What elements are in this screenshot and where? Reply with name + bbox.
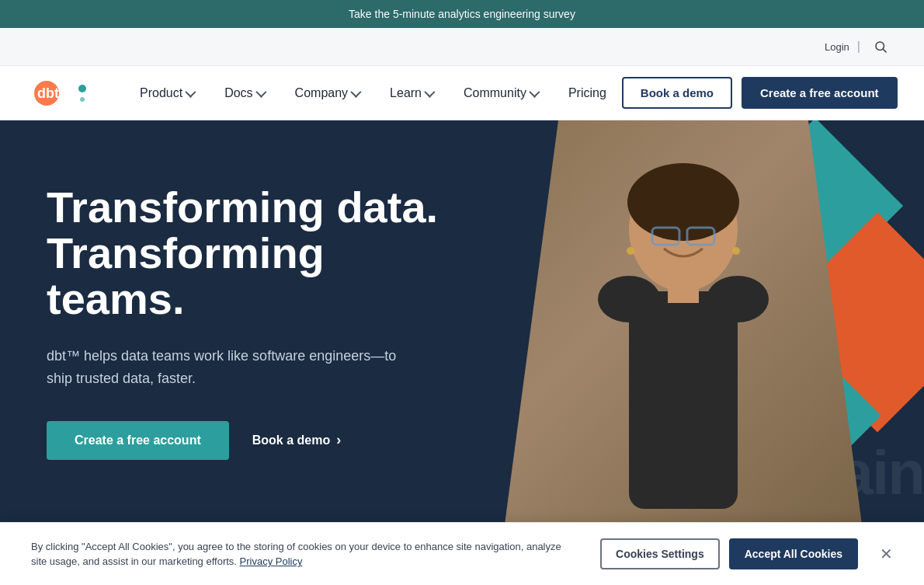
main-nav: dbt Product Docs Company Learn Community… [0, 66, 924, 120]
nav-company[interactable]: Company [280, 66, 374, 120]
svg-line-1 [883, 49, 886, 52]
arrow-icon: › [336, 432, 341, 448]
chevron-down-icon [255, 86, 266, 97]
svg-point-11 [598, 276, 660, 322]
hero-title: Transforming data. Transforming teams. [47, 185, 466, 322]
hero-visual [443, 120, 924, 524]
chevron-down-icon [529, 86, 540, 97]
logo-link[interactable]: dbt [31, 78, 93, 109]
dbt-logo: dbt [31, 78, 93, 109]
hero-subtitle: dbt™ helps data teams work like software… [47, 345, 419, 390]
nav-docs[interactable]: Docs [209, 66, 279, 120]
svg-point-0 [876, 42, 884, 50]
hero-section: Transforming data. Transforming teams. d… [0, 120, 924, 524]
chevron-down-icon [424, 86, 435, 97]
hero-book-demo-button[interactable]: Book a demo › [252, 432, 341, 448]
nav-pricing[interactable]: Pricing [553, 66, 622, 120]
nav-links: Product Docs Company Learn Community Pri… [124, 66, 622, 120]
nav-learn[interactable]: Learn [374, 66, 448, 120]
hero-create-account-button[interactable]: Create a free account [47, 421, 229, 460]
svg-point-4 [78, 85, 86, 92]
hero-content: Transforming data. Transforming teams. d… [0, 123, 512, 522]
search-button[interactable] [868, 34, 893, 59]
svg-rect-10 [629, 291, 738, 509]
search-icon [874, 40, 888, 54]
svg-rect-13 [668, 280, 699, 303]
book-demo-button[interactable]: Book a demo [622, 77, 732, 109]
secondary-nav: Login | [0, 28, 924, 66]
cookie-banner: By clicking "Accept All Cookies", you ag… [0, 522, 924, 524]
banner-text: Take the 5-minute analytics engineering … [349, 8, 575, 20]
svg-point-15 [732, 247, 740, 255]
chevron-down-icon [185, 86, 196, 97]
svg-point-5 [80, 97, 85, 102]
hero-buttons: Create a free account Book a demo › [47, 421, 466, 460]
person-silhouette [567, 136, 800, 509]
svg-point-14 [627, 247, 634, 255]
nav-divider: | [857, 40, 860, 54]
person-bg [505, 120, 862, 524]
nav-community[interactable]: Community [448, 66, 553, 120]
create-account-nav-button[interactable]: Create a free account [742, 77, 898, 109]
nav-product[interactable]: Product [124, 66, 209, 120]
svg-point-7 [627, 163, 739, 241]
nav-cta-group: Book a demo Create a free account [622, 77, 898, 109]
login-link[interactable]: Login [825, 41, 849, 53]
svg-point-12 [707, 276, 769, 322]
top-banner: Take the 5-minute analytics engineering … [0, 0, 924, 28]
hero-person-image [505, 120, 862, 524]
chevron-down-icon [350, 86, 361, 97]
svg-text:dbt: dbt [37, 85, 59, 101]
